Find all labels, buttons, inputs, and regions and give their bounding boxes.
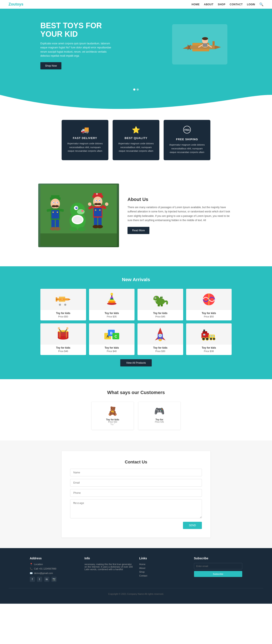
product-card-2[interactable]: Toy for kids Price $45 [138,289,183,320]
svg-rect-96 [155,300,156,301]
svg-point-51 [93,196,102,207]
footer-info-title: Info [85,556,133,560]
twitter-icon[interactable]: t [37,577,42,582]
message-input[interactable] [70,499,202,518]
email-input[interactable] [70,479,202,486]
svg-text:B: B [110,332,113,335]
name-input[interactable] [70,469,202,476]
feature-title-1: BEST QUALITY [117,136,155,140]
about-title: About Us [127,197,234,202]
footer-link-about[interactable]: About [139,567,188,569]
read-more-button[interactable]: Read More [127,227,149,234]
footer-links-col: Links Home About Shop Contact [139,556,188,582]
svg-rect-17 [40,234,117,246]
svg-point-42 [76,207,77,208]
svg-rect-59 [94,208,102,216]
svg-point-13 [202,37,208,40]
product-name-5: Toy for kids [89,346,135,349]
svg-point-20 [51,198,60,209]
svg-point-45 [73,216,82,223]
footer-grid: Address 📍 Location 📞 Call +01 1234567890… [30,556,242,582]
hero-toy-image [172,24,227,64]
footer-address-title: Address [30,556,78,560]
about-image: M [38,184,119,247]
customers-section: What says our Customers 🧸 Toy for kids P… [0,379,272,440]
facebook-icon[interactable]: f [30,577,35,582]
svg-point-25 [53,202,54,203]
svg-point-86 [110,293,113,295]
view-all-button[interactable]: View All Products [120,359,152,366]
product-card-3[interactable]: Toy for kids Price $50 [186,289,232,320]
svg-rect-10 [203,43,207,47]
svg-point-53 [97,203,101,205]
svg-point-105 [66,327,68,329]
svg-rect-28 [51,210,59,218]
subscribe-email-input[interactable] [194,563,242,569]
product-name-4: Toy for kids [40,346,86,349]
svg-rect-132 [209,336,209,338]
hero-image [172,24,232,67]
fast-delivery-icon: 🚚 [66,126,104,134]
wave-divider [0,95,272,112]
footer-subscribe-title: Subscribe [194,556,242,560]
svg-point-29 [53,212,54,213]
search-icon[interactable]: 🔍 [259,2,263,6]
product-price-4: Price $46 [40,350,86,352]
product-card-0[interactable]: ✈ Toy for kids Price $50 [40,289,86,320]
nav-about[interactable]: ABOUT [204,3,214,6]
footer-link-contact[interactable]: Contact [139,574,188,577]
product-card-7[interactable]: Toy for kids Price $38 [186,324,232,355]
nav-login[interactable]: LOGIN [247,3,255,6]
feature-desc-0: Aspernatur magnum unde dolores necessita… [66,142,104,153]
send-button[interactable]: SEND [183,522,202,529]
product-price-3: Price $50 [186,315,232,318]
svg-point-47 [78,227,86,231]
subscribe-button[interactable]: Subscribe [194,571,242,577]
footer-link-home[interactable]: Home [139,563,188,566]
svg-rect-32 [56,220,59,228]
footer-address-col: Address 📍 Location 📞 Call +01 1234567890… [30,556,78,582]
svg-marker-2 [215,46,221,49]
svg-text:✈: ✈ [61,298,63,300]
product-card-5[interactable]: A B C Toy for kids Price $40 [89,324,135,355]
footer-links-title: Links [139,556,188,560]
svg-point-68 [88,202,91,206]
nav-contact[interactable]: CONTACT [230,3,243,6]
feature-desc-2: Aspernatur magnum unde dolores necessita… [168,143,206,154]
product-card-6[interactable]: Toy for kids Price $30 [138,324,183,355]
instagram-icon[interactable]: 📷 [51,577,57,582]
hero-dot-2[interactable] [137,88,139,90]
new-arrivals-section: New Arrivals ✈ Toy for kids Price [0,266,272,379]
svg-point-22 [55,205,59,207]
feature-fast-delivery: 🚚 FAST DELIVERY Aspernatur magnum unde d… [62,120,108,160]
linkedin-icon[interactable]: in [44,577,49,582]
product-img-6 [138,324,183,344]
product-name-0: Toy for kids [40,312,86,315]
contact-title: Contact Us [70,460,202,464]
svg-rect-73 [59,300,65,302]
hero-dot-1[interactable] [133,88,135,90]
svg-point-85 [111,297,113,298]
brand-logo[interactable]: Zoutoys [9,2,23,6]
footer-link-shop[interactable]: Shop [139,570,188,573]
hero-text: BEST TOYS FOR YOUR KID Explicabo esse am… [40,22,115,70]
nav-home[interactable]: HOME [192,3,200,6]
product-img-2 [138,289,183,310]
free-shipping-icon: FREE [168,126,206,135]
testimonial-price-0: Price 550 [96,421,129,423]
product-price-6: Price $30 [138,350,183,352]
nav-shop[interactable]: SHOP [218,3,225,6]
shop-now-button[interactable]: Shop Now [40,62,61,70]
svg-point-65 [97,225,103,228]
product-card-4[interactable]: Toy for kids Price $46 [40,324,86,355]
svg-rect-95 [154,300,155,301]
customers-title: What says our Customers [9,390,263,395]
footer-subscribe-col: Subscribe Subscribe [194,556,242,582]
about-description: There are many variations of passages of… [127,205,234,222]
footer-email: ✉️ demo@gmail.com [30,572,78,574]
product-card-1[interactable]: Toy for kids Price $35 [89,289,135,320]
feature-desc-1: Aspernatur magnum unde dolores necessita… [117,142,155,153]
footer: Address 📍 Location 📞 Call +01 1234567890… [0,548,272,604]
svg-rect-31 [51,220,55,228]
phone-input[interactable] [70,489,202,497]
